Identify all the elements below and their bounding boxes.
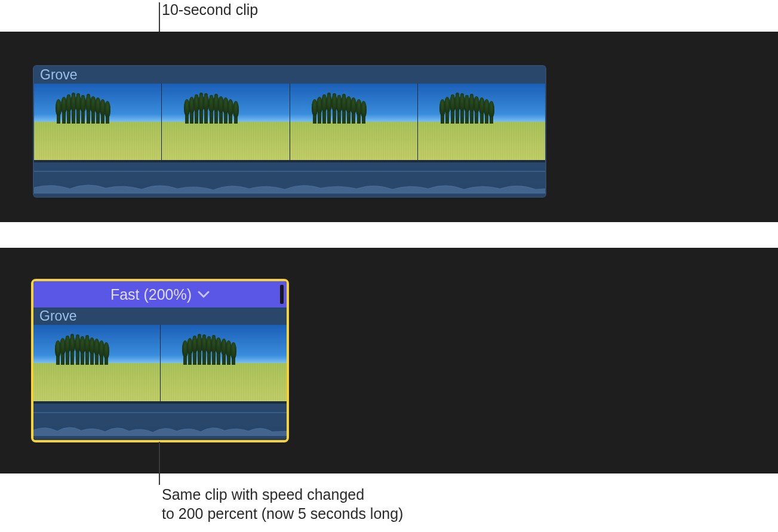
clip-audio-waveform bbox=[34, 161, 545, 196]
clip-name-label: Grove bbox=[39, 308, 77, 324]
timeline-track-top: Grove bbox=[0, 32, 778, 222]
clip-name-bar: Grove bbox=[34, 66, 545, 84]
clip-grove-original[interactable]: Grove bbox=[33, 65, 546, 198]
clip-audio-waveform bbox=[33, 402, 287, 438]
clip-grove-retimed-selection[interactable]: Fast (200%) Grove bbox=[31, 279, 289, 442]
retime-speed-bar[interactable]: Fast (200%) bbox=[33, 281, 287, 307]
clip-thumbnail bbox=[162, 84, 290, 160]
clip-thumbnail bbox=[418, 84, 545, 160]
timeline-track-bottom: Fast (200%) Grove bbox=[0, 248, 778, 473]
callout-top-label: 10-second clip bbox=[162, 0, 258, 19]
clip-name-label: Grove bbox=[40, 67, 78, 83]
callout-bottom-label: Same clip with speed changed to 200 perc… bbox=[162, 485, 403, 523]
clip-name-bar: Grove bbox=[33, 307, 287, 325]
chevron-down-icon[interactable] bbox=[198, 290, 210, 299]
clip-thumbnail bbox=[161, 325, 287, 401]
callout-bottom-line1: Same clip with speed changed bbox=[162, 485, 403, 504]
retime-handle[interactable] bbox=[280, 285, 284, 304]
callout-bottom-line2: to 200 percent (now 5 seconds long) bbox=[162, 504, 403, 523]
clip-thumbnail bbox=[34, 84, 162, 160]
clip-thumbnail bbox=[290, 84, 418, 160]
clip-thumbnails bbox=[33, 325, 287, 402]
clip-thumbnail bbox=[33, 325, 161, 401]
callout-bottom-pointer bbox=[159, 442, 160, 485]
retime-speed-label: Fast (200%) bbox=[110, 286, 192, 303]
clip-thumbnails bbox=[34, 84, 545, 161]
